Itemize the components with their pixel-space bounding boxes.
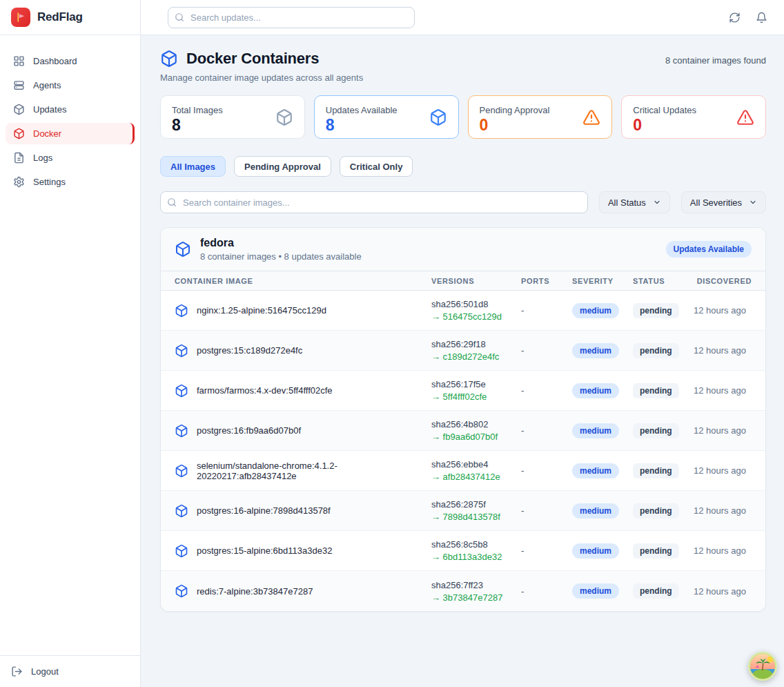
update-version: → 5ff4fff02cfe [431,391,521,402]
discovered-cell: 12 hours ago [694,305,752,316]
ports-cell: - [521,465,572,476]
update-version: → 3b73847e7287 [431,592,521,603]
table-row[interactable]: postgres:15:c189d272e4fc sha256:29f18 → … [161,331,765,371]
sidebar-item-updates[interactable]: Updates [6,99,135,120]
severity-badge: medium [572,383,619,398]
table-row[interactable]: postgres:16-alpine:7898d413578f sha256:2… [161,491,765,531]
tab-critical-only[interactable]: Critical Only [340,156,413,177]
logout-icon [11,666,23,677]
group-header-fedora: fedora 8 container images • 8 updates av… [161,228,765,271]
docker-cube-icon [13,128,25,139]
sidebar-item-docker[interactable]: Docker [6,123,135,144]
discovered-cell: 12 hours ago [694,465,752,476]
sidebar: RedFlag Dashboard Agents Updates Docker … [0,0,141,687]
col-status: Status [633,277,694,285]
island-fab-button[interactable] [747,651,778,681]
table-row[interactable]: selenium/standalone-chrome:4.1.2-2022021… [161,451,765,491]
update-version: → 7898d413578f [431,512,521,522]
image-search-input[interactable] [160,191,588,213]
table-row[interactable]: postgres:15-alpine:6bd113a3de32 sha256:8… [161,531,765,571]
sidebar-item-label: Settings [33,177,66,187]
search-icon [175,12,184,22]
docker-cube-icon [175,424,188,438]
ports-cell: - [521,586,572,597]
sidebar-item-label: Updates [33,104,66,115]
filter-row: All Status All Severities [160,191,766,213]
severity-select[interactable]: All Severities [681,191,766,213]
update-version: → afb28437412e [431,472,521,482]
status-badge: pending [633,303,679,318]
sidebar-item-logs[interactable]: Logs [6,147,135,168]
filter-tabs: All Images Pending Approval Critical Onl… [160,156,766,177]
sidebar-item-label: Dashboard [33,56,77,66]
tab-all-images[interactable]: All Images [160,156,226,177]
sidebar-item-agents[interactable]: Agents [6,75,135,96]
topbar-actions [729,12,767,23]
refresh-button[interactable] [729,12,741,23]
group-name: fedora [200,237,362,249]
alert-triangle-icon [582,108,600,126]
status-badge: pending [633,423,679,438]
col-severity: Severity [572,277,633,285]
container-table-card: fedora 8 container images • 8 updates av… [160,227,766,612]
update-version: → 6bd113a3de32 [431,552,521,562]
tab-pending-approval[interactable]: Pending Approval [234,156,331,177]
current-version: sha256:17f5e [431,379,521,389]
updates-available-badge: Updates Available [666,241,752,258]
ports-cell: - [521,505,572,516]
discovered-cell: 12 hours ago [694,586,752,597]
table-row[interactable]: redis:7-alpine:3b73847e7287 sha256:7ff23… [161,571,765,611]
table-row[interactable]: farmos/farmos:4.x-dev:5ff4fff02cfe sha25… [161,371,765,411]
content: Docker Containers Manage container image… [141,35,784,687]
current-version: sha256:ebbe4 [431,459,521,470]
container-image-name: postgres:15:c189d272e4fc [197,345,302,356]
update-version: → 516475cc129d [431,311,521,322]
container-image-name: farmos/farmos:4.x-dev:5ff4fff02cfe [197,385,333,396]
brand-name: RedFlag [37,10,83,24]
update-version: → c189d272e4fc [431,351,521,362]
main-area: Docker Containers Manage container image… [141,0,784,687]
status-badge: pending [633,383,679,398]
stat-card-pending-approval: Pending Approval 0 [468,95,613,139]
discovered-cell: 12 hours ago [694,345,752,356]
status-badge: pending [633,583,679,599]
ports-cell: - [521,545,572,556]
sidebar-item-label: Logs [33,153,52,163]
sidebar-item-settings[interactable]: Settings [6,171,135,193]
current-version: sha256:8c5b8 [431,539,521,550]
container-image-name: redis:7-alpine:3b73847e7287 [197,586,313,597]
severity-badge: medium [572,343,619,358]
ports-cell: - [521,425,572,436]
brand: RedFlag [0,0,140,35]
col-container-image: Container Image [175,277,431,285]
sidebar-item-label: Docker [33,128,61,139]
group-meta: 8 container images • 8 updates available [200,251,362,262]
discovered-cell: 12 hours ago [694,385,752,396]
package-icon [13,104,25,115]
discovered-cell: 12 hours ago [694,425,752,436]
chevron-down-icon [749,198,757,206]
logout-button[interactable]: Logout [11,666,129,677]
table-row[interactable]: nginx:1.25-alpine:516475cc129d sha256:50… [161,291,765,331]
table-body: nginx:1.25-alpine:516475cc129d sha256:50… [161,291,765,611]
result-count: 8 container images found [665,50,766,66]
global-search-input[interactable] [168,7,415,28]
table-row[interactable]: postgres:16:fb9aa6d07b0f sha256:4b802 → … [161,411,765,451]
chevron-down-icon [653,198,661,206]
notifications-bell-button[interactable] [756,12,767,23]
sidebar-nav: Dashboard Agents Updates Docker Logs Set… [0,35,140,655]
container-image-name: postgres:15-alpine:6bd113a3de32 [197,545,332,556]
severity-select-value: All Severities [690,197,742,208]
sidebar-item-label: Agents [33,80,61,90]
status-badge: pending [633,543,679,559]
page-subtitle: Manage container image updates across al… [160,72,363,83]
sidebar-footer: Logout [0,655,140,687]
sidebar-item-dashboard[interactable]: Dashboard [6,50,135,72]
docker-cube-icon [160,50,178,68]
current-version: sha256:29f18 [431,339,521,349]
stat-card-total-images: Total Images 8 [160,95,305,139]
current-version: sha256:4b802 [431,419,521,429]
status-select[interactable]: All Status [599,191,670,213]
ports-cell: - [521,385,572,396]
docker-cube-icon [175,304,188,318]
